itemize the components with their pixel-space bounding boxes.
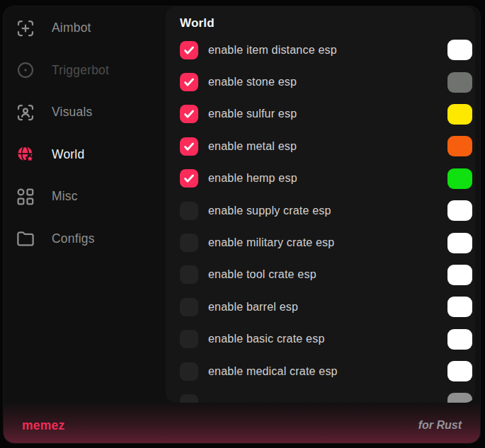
panel-title: World [180, 16, 472, 31]
esp-row: enable medical crate esp [180, 355, 472, 387]
color-swatch[interactable] [447, 393, 472, 403]
brand-label: memez [22, 418, 64, 433]
esp-row: enable barrel esp [180, 291, 472, 323]
esp-checkbox[interactable] [180, 234, 198, 252]
color-swatch[interactable] [447, 233, 472, 253]
color-swatch[interactable] [447, 361, 472, 381]
sidebar-item-label: Misc [52, 190, 78, 203]
color-swatch[interactable] [447, 329, 472, 350]
tagline-label: for Rust [418, 419, 462, 432]
crosshair-scan-icon [15, 18, 36, 39]
scope-circle-icon [15, 59, 36, 81]
esp-label: enable military crate esp [208, 237, 334, 248]
esp-checkbox[interactable] [180, 265, 198, 284]
esp-checkbox[interactable] [180, 105, 198, 123]
cheat-window: Aimbot Triggerbot Visuals World Misc Con… [3, 6, 481, 444]
esp-row: enable item distance esp [180, 34, 472, 66]
esp-label: enable supply crate esp [208, 205, 331, 217]
sidebar-item-label: Visuals [52, 106, 93, 119]
color-swatch[interactable] [447, 265, 472, 285]
color-swatch[interactable] [447, 40, 472, 60]
esp-label: enable stone esp [208, 76, 297, 88]
footer: memez for Rust [4, 402, 480, 443]
color-swatch[interactable] [447, 297, 472, 317]
esp-checkbox[interactable] [180, 330, 198, 348]
settings-panel: World enable item distance esp enable st… [166, 6, 475, 403]
sidebar-item-misc[interactable]: Misc [4, 176, 166, 218]
sidebar-item-label: Configs [52, 233, 95, 246]
sidebar-item-world[interactable]: World [4, 134, 166, 176]
esp-label: enable tool crate esp [208, 269, 316, 280]
color-swatch[interactable] [447, 136, 472, 156]
esp-label: enable hemp esp [208, 173, 297, 184]
esp-label: enable basic crate esp [208, 333, 325, 345]
esp-row: enable sulfur esp [180, 98, 472, 130]
esp-row [180, 387, 472, 403]
esp-label: enable sulfur esp [208, 108, 297, 120]
sidebar-item-label: Triggerbot [52, 64, 109, 77]
sidebar-item-visuals[interactable]: Visuals [4, 91, 166, 134]
esp-label: enable metal esp [208, 141, 297, 152]
esp-rows: enable item distance esp enable stone es… [180, 34, 472, 403]
esp-row: enable supply crate esp [180, 195, 472, 226]
color-swatch[interactable] [447, 168, 472, 189]
sidebar-item-configs[interactable]: Configs [4, 218, 166, 260]
person-scan-icon [15, 102, 36, 123]
sidebar-item-triggerbot[interactable]: Triggerbot [4, 50, 166, 92]
esp-checkbox[interactable] [180, 137, 198, 156]
grid-icon [15, 186, 36, 207]
esp-label: enable item distance esp [208, 45, 337, 56]
esp-row: enable basic crate esp [180, 323, 472, 355]
esp-row: enable military crate esp [180, 226, 472, 258]
esp-row: enable metal esp [180, 130, 472, 162]
sidebar: Aimbot Triggerbot Visuals World Misc Con… [4, 6, 166, 444]
folder-icon [15, 228, 36, 249]
esp-checkbox[interactable] [180, 169, 198, 188]
esp-checkbox[interactable] [180, 362, 198, 381]
esp-label: enable barrel esp [208, 301, 298, 313]
color-swatch[interactable] [447, 72, 472, 93]
color-swatch[interactable] [447, 200, 472, 221]
esp-checkbox[interactable] [180, 298, 198, 316]
esp-row: enable tool crate esp [180, 259, 472, 291]
esp-checkbox[interactable] [180, 73, 198, 91]
sidebar-item-aimbot[interactable]: Aimbot [4, 7, 166, 50]
esp-checkbox[interactable] [180, 41, 198, 59]
esp-checkbox[interactable] [180, 202, 198, 220]
sidebar-item-label: World [52, 149, 84, 161]
esp-label: enable medical crate esp [208, 366, 338, 377]
sidebar-item-label: Aimbot [52, 22, 91, 35]
color-swatch[interactable] [447, 104, 472, 125]
esp-row: enable stone esp [180, 66, 472, 98]
globe-star-icon [15, 144, 36, 165]
esp-row: enable hemp esp [180, 163, 472, 195]
